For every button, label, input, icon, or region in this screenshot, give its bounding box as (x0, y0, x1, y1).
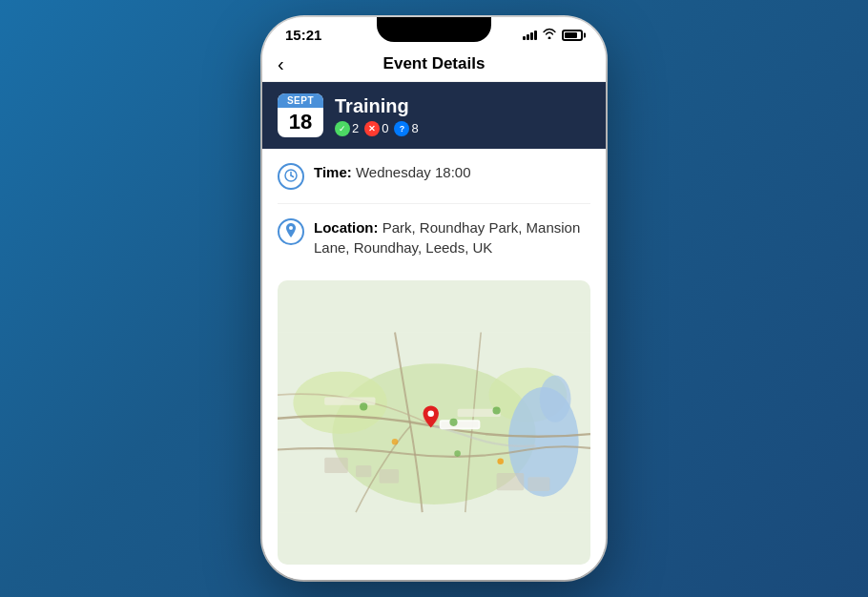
x-stat: ✕ 0 (364, 121, 388, 136)
svg-point-25 (454, 451, 461, 458)
svg-point-18 (427, 411, 434, 418)
phone-frame: 15:21 ‹ Event Details Sept 18 (262, 17, 606, 580)
location-detail: Location: Park, Roundhay Park, Mansion L… (314, 217, 590, 257)
pin-icon (285, 223, 297, 241)
page-title: Event Details (383, 54, 486, 73)
event-header: Sept 18 Training ✓ 2 ✕ 0 ? 8 (262, 82, 606, 149)
battery-icon (562, 30, 583, 41)
x-icon: ✕ (364, 121, 380, 136)
time-value-text: Wednesday 18:00 (356, 164, 471, 180)
event-stats: ✓ 2 ✕ 0 ? 8 (335, 121, 590, 136)
svg-rect-14 (527, 478, 549, 492)
svg-point-26 (392, 439, 399, 445)
notch (377, 17, 491, 42)
time-icon (278, 163, 304, 190)
location-row: Location: Park, Roundhay Park, Mansion L… (262, 204, 606, 271)
map-container[interactable] (278, 280, 590, 565)
date-day: 18 (278, 108, 323, 137)
check-stat: ✓ 2 (335, 121, 359, 136)
status-icons (523, 28, 583, 42)
date-month: Sept (278, 93, 323, 108)
location-icon (278, 218, 304, 245)
svg-rect-10 (324, 458, 348, 473)
time-row: Time: Wednesday 18:00 (262, 149, 606, 203)
svg-rect-20 (441, 422, 478, 428)
svg-rect-15 (324, 398, 375, 405)
x-count: 0 (382, 121, 388, 135)
q-stat: ? 8 (394, 121, 418, 136)
check-icon: ✓ (335, 121, 350, 136)
svg-point-23 (449, 419, 457, 426)
svg-point-22 (493, 407, 501, 415)
svg-point-24 (497, 459, 504, 465)
status-time: 15:21 (285, 27, 321, 43)
svg-rect-11 (356, 465, 371, 477)
q-count: 8 (411, 121, 418, 135)
signal-icon (523, 31, 537, 40)
svg-point-9 (540, 376, 571, 422)
svg-rect-13 (497, 473, 525, 490)
time-label: Time: (314, 164, 352, 180)
location-label: Location: (314, 219, 379, 236)
back-button[interactable]: ‹ (278, 53, 284, 75)
event-title: Training (335, 95, 590, 117)
event-info: Training ✓ 2 ✕ 0 ? 8 (335, 95, 590, 136)
date-badge: Sept 18 (278, 93, 323, 137)
nav-bar: ‹ Event Details (262, 47, 606, 82)
svg-rect-12 (380, 469, 400, 484)
clock-icon (284, 169, 298, 185)
question-icon: ? (394, 121, 409, 136)
check-count: 2 (352, 121, 359, 135)
wifi-icon (542, 28, 557, 42)
svg-point-21 (360, 403, 367, 411)
svg-line-2 (291, 175, 294, 177)
content-area: Time: Wednesday 18:00 Location: Park, Ro… (262, 149, 606, 580)
time-detail: Time: Wednesday 18:00 (314, 162, 471, 182)
map-svg (278, 280, 590, 565)
svg-point-3 (289, 226, 293, 230)
